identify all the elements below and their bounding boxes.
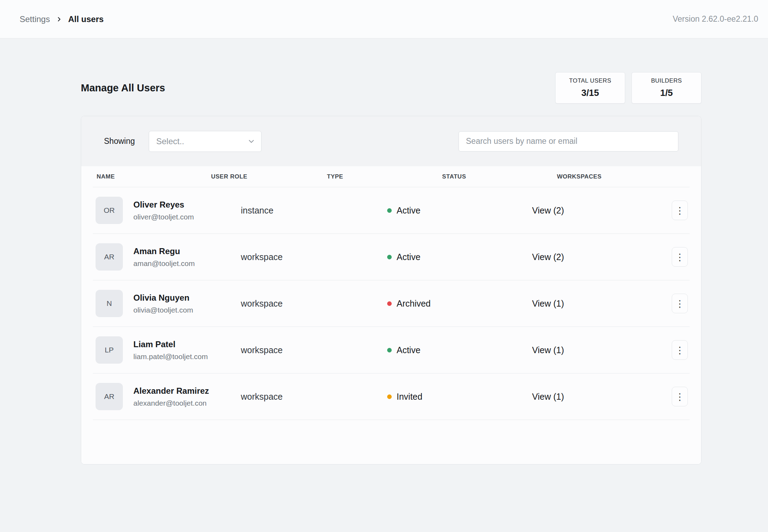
status-label: Active [397, 205, 420, 216]
kebab-icon: ⋮ [675, 252, 685, 262]
stats-cards: TOTAL USERS 3/15 BUILDERS 1/5 [555, 72, 701, 104]
user-email: oliver@tooljet.com [133, 213, 241, 221]
breadcrumb-current: All users [68, 14, 104, 24]
version-label: Version 2.62.0-ee2.21.0 [673, 14, 758, 24]
name-cell: Olivia Nguyen olivia@tooljet.com [133, 293, 241, 314]
avatar-initials: N [106, 299, 112, 308]
name-cell: Oliver Reyes oliver@tooljet.com [133, 200, 241, 221]
status-cell: Archived [387, 299, 532, 309]
status-dot [387, 348, 392, 352]
actions-cell: ⋮ [672, 387, 690, 406]
user-role: workspace [241, 345, 387, 355]
status-filter-value: Select.. [156, 136, 184, 146]
avatar: OR [96, 197, 123, 224]
user-email: alexander@tooljet.con [133, 399, 241, 407]
heading-row: Manage All Users TOTAL USERS 3/15 BUILDE… [81, 72, 701, 104]
table-row: AR Aman Regu aman@tooljet.com workspace … [93, 234, 690, 280]
user-name: Aman Regu [133, 246, 241, 256]
row-actions-kebab-button[interactable]: ⋮ [672, 201, 688, 220]
workspaces-view-link[interactable]: View (1) [532, 299, 672, 309]
status-cell: Active [387, 252, 532, 262]
kebab-icon: ⋮ [675, 205, 685, 216]
avatar-initials: LP [105, 346, 114, 354]
table-header: NAME USER ROLE TYPE STATUS WORKSPACES [93, 166, 690, 187]
avatar-initials: OR [104, 206, 115, 215]
status-cell: Invited [387, 392, 532, 402]
avatar: AR [96, 383, 123, 410]
status-label: Active [397, 252, 420, 262]
user-name: Olivia Nguyen [133, 293, 241, 303]
chevron-right-icon [56, 16, 63, 23]
actions-cell: ⋮ [672, 294, 690, 313]
user-name: Oliver Reyes [133, 200, 241, 210]
status-label: Active [397, 345, 420, 355]
user-name: Liam Patel [133, 340, 241, 349]
avatar-cell: N [93, 290, 133, 317]
column-header-workspaces: WORKSPACES [557, 173, 672, 180]
total-users-value: 3/15 [581, 88, 599, 98]
row-actions-kebab-button[interactable]: ⋮ [672, 340, 688, 360]
status-cell: Active [387, 345, 532, 355]
user-role: workspace [241, 392, 387, 402]
column-header-user-role: USER ROLE [211, 173, 327, 180]
avatar-cell: AR [93, 383, 133, 410]
avatar-initials: AR [104, 392, 114, 401]
row-actions-kebab-button[interactable]: ⋮ [672, 294, 688, 313]
name-cell: Alexander Ramirez alexander@tooljet.con [133, 386, 241, 407]
user-role: workspace [241, 252, 387, 262]
user-name: Alexander Ramirez [133, 386, 241, 396]
column-header-status: STATUS [442, 173, 557, 180]
status-dot [387, 208, 392, 213]
builders-card: BUILDERS 1/5 [631, 72, 701, 104]
builders-label: BUILDERS [651, 77, 682, 84]
avatar-initials: AR [104, 253, 114, 261]
avatar: N [96, 290, 123, 317]
users-card: Showing Select.. NAME USER ROLE TYPE STA… [81, 116, 701, 464]
topbar: Settings All users Version 2.62.0-ee2.21… [0, 0, 768, 38]
workspaces-view-link[interactable]: View (1) [532, 392, 672, 402]
avatar: AR [96, 243, 123, 271]
avatar-cell: AR [93, 243, 133, 271]
avatar-cell: LP [93, 336, 133, 364]
table-body: OR Oliver Reyes oliver@tooljet.com insta… [93, 187, 690, 420]
workspaces-view-link[interactable]: View (2) [532, 205, 672, 216]
avatar-cell: OR [93, 197, 133, 224]
total-users-card: TOTAL USERS 3/15 [555, 72, 625, 104]
status-cell: Active [387, 205, 532, 216]
name-cell: Liam Patel liam.patel@tooljet.com [133, 340, 241, 361]
actions-cell: ⋮ [672, 247, 690, 267]
column-header-type: TYPE [327, 173, 442, 180]
status-dot [387, 394, 392, 399]
column-header-name: NAME [93, 173, 211, 180]
actions-cell: ⋮ [672, 340, 690, 360]
row-actions-kebab-button[interactable]: ⋮ [672, 247, 688, 267]
row-actions-kebab-button[interactable]: ⋮ [672, 387, 688, 406]
main-content: Manage All Users TOTAL USERS 3/15 BUILDE… [81, 72, 701, 464]
user-email: olivia@tooljet.com [133, 306, 241, 314]
total-users-label: TOTAL USERS [569, 77, 611, 84]
showing-label: Showing [104, 136, 135, 146]
search-input[interactable] [459, 131, 678, 152]
kebab-icon: ⋮ [675, 345, 685, 356]
breadcrumb-settings-link[interactable]: Settings [20, 14, 50, 24]
table-row: AR Alexander Ramirez alexander@tooljet.c… [93, 373, 690, 420]
users-table: NAME USER ROLE TYPE STATUS WORKSPACES OR… [81, 166, 701, 464]
table-row: N Olivia Nguyen olivia@tooljet.com works… [93, 280, 690, 327]
workspaces-view-link[interactable]: View (1) [532, 345, 672, 355]
user-role: workspace [241, 299, 387, 309]
chevron-down-icon [247, 137, 256, 146]
breadcrumb: Settings All users [20, 14, 104, 24]
status-dot [387, 255, 392, 259]
status-filter-select[interactable]: Select.. [149, 131, 261, 152]
workspaces-view-link[interactable]: View (2) [532, 252, 672, 262]
status-dot [387, 301, 392, 306]
table-row: OR Oliver Reyes oliver@tooljet.com insta… [93, 187, 690, 234]
kebab-icon: ⋮ [675, 298, 685, 309]
name-cell: Aman Regu aman@tooljet.com [133, 246, 241, 268]
user-email: liam.patel@tooljet.com [133, 352, 241, 361]
page-title: Manage All Users [81, 82, 165, 94]
builders-value: 1/5 [660, 88, 673, 98]
kebab-icon: ⋮ [675, 391, 685, 402]
user-email: aman@tooljet.com [133, 259, 241, 268]
filter-bar: Showing Select.. [81, 116, 701, 166]
